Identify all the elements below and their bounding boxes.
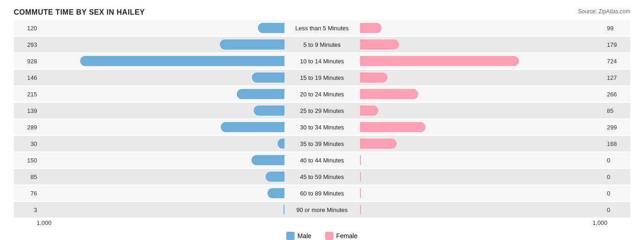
- male-value: 120: [14, 25, 39, 32]
- left-bar-area: [39, 139, 284, 149]
- row-label: Less than 5 Minutes: [284, 25, 360, 32]
- female-value: 127: [605, 74, 630, 81]
- male-bar: [254, 106, 284, 116]
- right-bar-area: [360, 188, 606, 198]
- left-bar-area: [39, 122, 284, 132]
- left-bar-area: [39, 188, 284, 198]
- male-bar: [237, 89, 284, 99]
- female-bar: [360, 56, 519, 66]
- table-row: 928 10 to 14 Minutes 724: [14, 53, 630, 69]
- table-row: 139 25 to 29 Minutes 85: [14, 103, 630, 118]
- male-bar: [278, 139, 284, 149]
- left-bar-area: [39, 39, 284, 50]
- left-bar-area: [39, 205, 284, 215]
- female-value: 299: [605, 124, 630, 131]
- right-bar-area: [360, 205, 606, 215]
- right-bar-area: [360, 23, 606, 33]
- right-bar-area: [360, 89, 606, 99]
- female-value: 0: [605, 207, 630, 213]
- male-value: 928: [14, 58, 39, 65]
- right-bar-area: [360, 122, 606, 132]
- female-bar: [360, 172, 361, 182]
- female-value: 0: [605, 173, 630, 180]
- female-bar: [360, 205, 361, 215]
- left-bar-area: [39, 155, 284, 165]
- right-bar-area: [360, 39, 606, 50]
- female-label: Female: [336, 232, 358, 240]
- male-value: 215: [14, 91, 39, 98]
- table-row: 85 45 to 59 Minutes 0: [14, 169, 630, 184]
- male-value: 146: [14, 74, 39, 81]
- chart-title: COMMUTE TIME BY SEX IN HAILEY: [14, 8, 630, 17]
- row-label: 60 to 89 Minutes: [284, 190, 360, 197]
- row-label: 35 to 39 Minutes: [284, 140, 360, 147]
- left-bar-area: [39, 172, 284, 182]
- right-bar-area: [360, 155, 606, 165]
- table-row: 293 5 to 9 Minutes 179: [14, 37, 630, 52]
- female-value: 179: [605, 41, 630, 48]
- male-bar: [267, 188, 284, 198]
- left-bar-area: [39, 89, 284, 99]
- table-row: 120 Less than 5 Minutes 99: [14, 20, 630, 36]
- left-bar-area: [39, 56, 284, 66]
- female-bar: [360, 122, 426, 132]
- row-label: 15 to 19 Minutes: [284, 74, 360, 81]
- male-bar: [80, 56, 284, 66]
- female-value: 85: [605, 107, 630, 114]
- male-value: 85: [14, 173, 39, 180]
- female-bar: [360, 39, 399, 50]
- table-row: 30 35 to 39 Minutes 168: [14, 136, 630, 151]
- axis-left: 1,000: [37, 219, 52, 226]
- male-bar: [220, 39, 284, 50]
- right-bar-area: [360, 56, 606, 66]
- female-bar: [360, 188, 361, 198]
- legend: Male Female: [14, 232, 630, 240]
- female-bar: [360, 106, 379, 116]
- table-row: 150 40 to 44 Minutes 0: [14, 152, 630, 168]
- female-value: 99: [605, 25, 630, 32]
- female-bar: [360, 155, 361, 165]
- male-label: Male: [297, 232, 311, 240]
- male-value: 289: [14, 124, 39, 131]
- male-swatch: [286, 232, 295, 240]
- female-bar: [360, 89, 419, 99]
- female-value: 266: [605, 91, 630, 98]
- left-bar-area: [39, 23, 284, 33]
- table-row: 289 30 to 34 Minutes 299: [14, 119, 630, 135]
- male-value: 139: [14, 107, 39, 114]
- row-label: 90 or more Minutes: [284, 207, 360, 213]
- legend-female: Female: [325, 232, 358, 240]
- row-label: 10 to 14 Minutes: [284, 58, 360, 65]
- row-label: 25 to 29 Minutes: [284, 107, 360, 114]
- chart-body: 120 Less than 5 Minutes 99 293 5 to 9 Mi…: [14, 20, 630, 218]
- male-value: 293: [14, 41, 39, 48]
- table-row: 215 20 to 24 Minutes 266: [14, 86, 630, 102]
- male-value: 3: [14, 207, 39, 213]
- row-label: 30 to 34 Minutes: [284, 124, 360, 131]
- axis-labels: 1,000 1,000: [14, 219, 630, 226]
- female-bar: [360, 73, 388, 83]
- axis-right: 1,000: [592, 219, 607, 226]
- female-value: 168: [605, 140, 630, 147]
- legend-male: Male: [286, 232, 311, 240]
- male-value: 150: [14, 157, 39, 164]
- table-row: 76 60 to 89 Minutes 0: [14, 185, 630, 201]
- row-label: 45 to 59 Minutes: [284, 173, 360, 180]
- male-bar: [221, 122, 284, 132]
- male-bar: [251, 155, 284, 165]
- row-label: 5 to 9 Minutes: [284, 41, 360, 48]
- source-label: Source: ZipAtlas.com: [578, 8, 630, 15]
- male-bar: [258, 23, 284, 33]
- female-value: 724: [605, 58, 630, 65]
- right-bar-area: [360, 73, 606, 83]
- male-bar: [266, 172, 284, 182]
- row-label: 40 to 44 Minutes: [284, 157, 360, 164]
- table-row: 146 15 to 19 Minutes 127: [14, 70, 630, 85]
- female-value: 0: [605, 157, 630, 164]
- right-bar-area: [360, 106, 606, 116]
- male-value: 76: [14, 190, 39, 197]
- table-row: 3 90 or more Minutes 0: [14, 202, 630, 218]
- left-bar-area: [39, 73, 284, 83]
- female-value: 0: [605, 190, 630, 197]
- female-bar: [360, 139, 397, 149]
